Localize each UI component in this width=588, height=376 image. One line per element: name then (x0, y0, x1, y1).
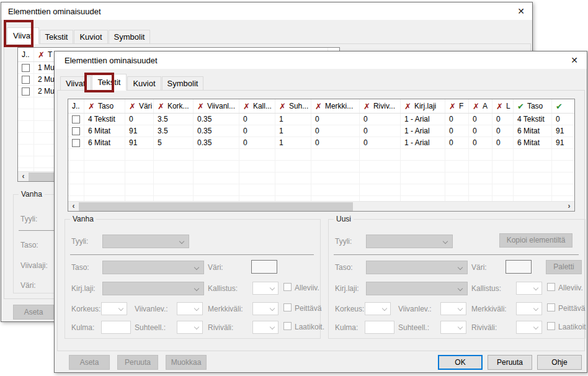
cell (514, 149, 552, 161)
table-row[interactable]: 4 Tekstit03.50.3501001 - Arial0004 Tekst… (68, 114, 574, 125)
cell (194, 149, 239, 161)
ohje-button[interactable]: Ohje (537, 355, 582, 370)
cell (68, 172, 84, 184)
viivanlev-label: Viivanlev.: (135, 305, 168, 313)
cell: 5 (154, 137, 194, 149)
scrollbar-thumb[interactable] (79, 202, 353, 211)
column-header[interactable]: ✗Merkki... (311, 99, 360, 113)
chevron-down-icon (458, 306, 463, 311)
vari-colorbox (506, 260, 532, 274)
cell (18, 145, 34, 156)
column-header[interactable]: ✗Kirj.laji (401, 99, 445, 113)
separator (70, 254, 314, 255)
filter-x-icon: ✗ (279, 102, 286, 110)
scroll-left-icon[interactable]: ‹ (69, 202, 78, 211)
cell (68, 137, 84, 149)
table-row[interactable]: 6 Mitat9150.3501001 - Arial0006 Mitat91 (68, 137, 574, 149)
scroll-right-icon[interactable]: › (564, 202, 574, 211)
front-table-header: J..✗Taso✗Väri✗Kork...✗Viivanl...✗Kall...… (68, 99, 574, 114)
korkeus-label: Korkeus: (335, 305, 364, 313)
row-checkbox[interactable] (72, 115, 80, 123)
column-header[interactable]: ✗F (445, 99, 469, 113)
scroll-left-icon[interactable]: ‹ (19, 172, 28, 181)
kallistus-combo (252, 282, 278, 295)
column-header[interactable]: ✗L (492, 99, 514, 113)
cell: 91 (552, 137, 574, 149)
cell (125, 161, 154, 172)
table-row[interactable]: 6 Mitat913.50.3501001 - Arial0006 Mitat9… (68, 125, 574, 137)
back-taso-label: Taso: (20, 241, 38, 249)
cell: 0 (445, 114, 469, 125)
column-header-label: Kirj.laji (414, 102, 436, 110)
cell (194, 172, 239, 184)
column-header[interactable]: J.. (68, 99, 84, 113)
front-horizontal-scrollbar[interactable]: ‹ › (68, 201, 574, 211)
cell (84, 161, 125, 172)
column-header[interactable]: ✔Taso (514, 99, 552, 113)
tab-kuviot[interactable]: Kuviot (74, 30, 107, 44)
vari-label: Väri: (471, 263, 487, 272)
column-header[interactable]: ✗Kork... (154, 99, 194, 113)
cell (239, 161, 275, 172)
filter-check-icon: ✔ (517, 102, 524, 110)
vari-colorbox (251, 260, 277, 274)
filter-x-icon: ✗ (363, 102, 370, 110)
cell (514, 172, 552, 184)
column-header-label: J.. (72, 102, 80, 110)
cell (68, 184, 84, 196)
tab-tekstit[interactable]: Tekstit (40, 30, 74, 44)
cell: 0 (492, 114, 514, 125)
kirjlaji-label: Kirj.laji: (335, 284, 359, 293)
laatikoit-label: Laatikoit. (295, 323, 324, 331)
column-header[interactable]: ✗Suh... (275, 99, 311, 113)
column-header[interactable]: ✗Väri (125, 99, 154, 113)
row-checkbox[interactable] (22, 76, 30, 84)
column-header-label: A (483, 102, 488, 110)
tab-kuviot[interactable]: Kuviot (127, 76, 161, 91)
viivanlev-combo (177, 302, 203, 315)
column-header-label: Viivanl... (207, 102, 235, 110)
cell (360, 184, 401, 196)
tab-symbolit[interactable]: Symbolit (109, 30, 151, 44)
table-empty-row (68, 149, 574, 161)
ok-button[interactable]: OK (438, 355, 483, 370)
column-header[interactable]: ✗Kall... (239, 99, 275, 113)
cell (154, 161, 194, 172)
front-tabstrip: Viivat Tekstit Kuviot Symbolit (60, 74, 204, 91)
cell: 0 (311, 114, 360, 125)
cell (18, 74, 34, 86)
cell: 91 (125, 125, 154, 137)
cell: 3.5 (154, 114, 194, 125)
row-checkbox[interactable] (72, 127, 80, 135)
cell (84, 184, 125, 196)
column-header[interactable]: ✔ (552, 99, 575, 113)
cell: 91 (552, 125, 574, 137)
column-header-label: Taso (527, 102, 543, 110)
column-header[interactable]: ✗Riviv... (360, 99, 401, 113)
column-header[interactable]: J.. (18, 48, 34, 61)
column-header[interactable]: ✗Taso (84, 99, 125, 113)
tyyli-dropdown (102, 235, 189, 248)
column-header-label: Taso (98, 102, 114, 110)
cell (514, 161, 552, 172)
row-checkbox[interactable] (72, 139, 80, 147)
cell (125, 149, 154, 161)
cell (194, 161, 239, 172)
tab-symbolit[interactable]: Symbolit (162, 76, 204, 91)
cell (401, 149, 445, 161)
peruuta-button[interactable]: Peruuta (488, 355, 532, 370)
column-header[interactable]: ✗A (469, 99, 492, 113)
chevron-down-icon (382, 306, 387, 311)
viivanlev-combo (440, 302, 466, 315)
cell (18, 121, 34, 133)
tyyli-label: Tyyli: (335, 237, 352, 246)
row-checkbox[interactable] (22, 64, 30, 72)
close-icon[interactable]: ✕ (567, 54, 582, 66)
column-header[interactable]: ✗Viivanl... (194, 99, 239, 113)
muokkaa-button: Muokkaa (166, 355, 207, 370)
close-icon[interactable]: ✕ (514, 5, 528, 17)
kirjlaji-dropdown (102, 282, 204, 295)
row-checkbox[interactable] (22, 87, 30, 96)
column-header-label: L (506, 102, 510, 110)
suhteell-label: Suhteell.: (135, 323, 166, 332)
